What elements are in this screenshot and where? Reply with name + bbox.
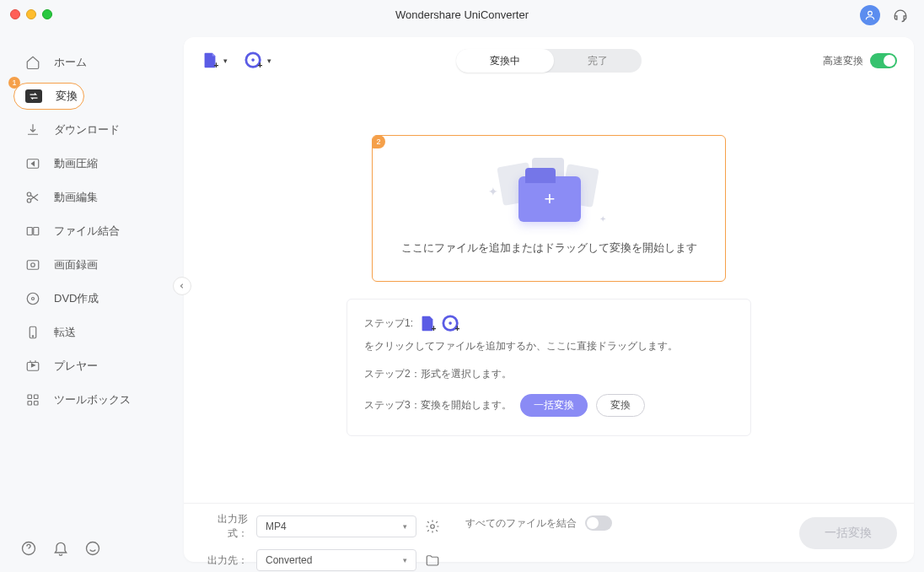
sidebar-item-label: 変換 (56, 89, 78, 104)
output-dest-select[interactable]: Converted ▾ (256, 549, 416, 571)
folder-graphic: ✦✦ + (498, 161, 599, 229)
main-panel: + ▾ + ▾ 変換中 完了 高速変換 2 (184, 37, 914, 562)
sidebar-item-merge[interactable]: ファイル結合 (0, 214, 184, 248)
add-disc-button[interactable]: + ▾ (244, 51, 271, 70)
notification-icon[interactable] (52, 540, 69, 557)
chevron-down-icon: ▾ (403, 522, 407, 531)
fast-convert-toggle[interactable] (870, 53, 897, 68)
svg-point-11 (32, 336, 34, 337)
add-file-button[interactable]: + ▾ (201, 51, 228, 70)
step-badge: 1 (8, 77, 20, 89)
merge-icon (25, 224, 40, 239)
maximize-icon[interactable] (42, 9, 52, 19)
svg-point-19 (251, 58, 255, 62)
sidebar-item-label: ダウンロード (54, 122, 120, 138)
output-format-select[interactable]: MP4 ▾ (256, 515, 416, 537)
settings-icon[interactable] (425, 519, 440, 534)
download-icon (25, 122, 40, 138)
sidebar-item-download[interactable]: ダウンロード (0, 113, 184, 147)
sidebar-item-transfer[interactable]: 転送 (0, 316, 184, 349)
sidebar-item-label: ツールボックス (54, 392, 131, 407)
merge-all-label: すべてのファイルを結合 (465, 516, 577, 531)
svg-rect-15 (28, 402, 32, 406)
drop-zone[interactable]: 2 ✦✦ + ここにファイルを追加またはドラッグして変換を開始します (372, 135, 726, 282)
file-plus-icon: + (418, 315, 437, 333)
batch-convert-button[interactable]: 一括変換 (520, 394, 588, 417)
toolbox-icon (25, 392, 40, 407)
svg-text:+: + (258, 61, 263, 70)
drop-zone-text: ここにファイルを追加またはドラッグして変換を開始します (401, 240, 697, 256)
sidebar-item-label: DVD作成 (54, 291, 99, 306)
sidebar-item-toolbox[interactable]: ツールボックス (0, 383, 184, 417)
sidebar-item-record[interactable]: 画面録画 (0, 248, 184, 282)
sidebar-item-player[interactable]: プレヤー (0, 349, 184, 383)
svg-text:+: + (214, 61, 219, 70)
sidebar-item-home[interactable]: ホーム (0, 46, 184, 79)
sidebar-item-label: ホーム (54, 55, 87, 70)
titlebar: Wondershare UniConverter (0, 0, 924, 29)
step3-text: ステップ3：変換を開始します。 (364, 397, 512, 413)
player-icon (25, 359, 40, 374)
svg-point-23 (449, 321, 452, 325)
svg-point-3 (27, 199, 31, 203)
scissors-icon (25, 190, 40, 205)
sidebar-item-label: プレヤー (54, 359, 98, 374)
svg-point-2 (27, 192, 31, 197)
batch-convert-main-button: 一括変換 (799, 517, 897, 549)
svg-point-8 (27, 293, 39, 305)
tab-switcher: 変換中 完了 (456, 49, 642, 73)
sidebar-item-convert[interactable]: 1 変換 (0, 79, 184, 113)
fast-convert-label: 高速変換 (823, 54, 863, 68)
step1-suffix: をクリックしてファイルを追加するか、ここに直接ドラッグします。 (364, 338, 678, 354)
sidebar: ホーム 1 変換 ダウンロード 動画圧縮 動画編集 (0, 29, 184, 572)
tab-done[interactable]: 完了 (554, 49, 642, 73)
minimize-icon[interactable] (26, 9, 36, 19)
sidebar-item-compress[interactable]: 動画圧縮 (0, 147, 184, 181)
sidebar-item-label: ファイル結合 (54, 224, 120, 239)
step2-text: ステップ2：形式を選択します。 (364, 366, 733, 382)
app-title: Wondershare UniConverter (395, 8, 529, 21)
svg-rect-14 (35, 395, 39, 399)
svg-point-7 (31, 263, 35, 267)
svg-rect-5 (34, 228, 39, 235)
sidebar-item-label: 動画圧縮 (54, 156, 98, 171)
sidebar-item-dvd[interactable]: DVD作成 (0, 282, 184, 316)
help-icon[interactable] (20, 540, 37, 557)
home-icon (25, 55, 40, 70)
collapse-sidebar-button[interactable] (173, 277, 191, 295)
sidebar-item-label: 転送 (54, 325, 76, 340)
output-format-label: 出力形式： (201, 512, 248, 541)
chevron-down-icon: ▾ (223, 57, 228, 65)
chevron-down-icon: ▾ (267, 57, 271, 65)
sidebar-item-label: 動画編集 (54, 190, 98, 205)
svg-point-9 (32, 298, 35, 300)
support-icon[interactable] (892, 7, 909, 24)
feedback-icon[interactable] (84, 540, 101, 557)
user-icon (864, 9, 876, 21)
output-dest-label: 出力先： (201, 553, 248, 568)
convert-icon (29, 92, 39, 100)
disc-plus-icon: + (442, 315, 460, 333)
svg-text:+: + (455, 324, 460, 333)
disc-plus-icon: + (244, 51, 263, 70)
record-icon (25, 257, 40, 273)
svg-rect-16 (35, 402, 39, 406)
sidebar-item-edit[interactable]: 動画編集 (0, 181, 184, 214)
disc-icon (25, 291, 40, 306)
steps-panel: ステップ1: + + をクリックしてファイルを追加するか、ここに直接ドラッグしま… (346, 299, 751, 436)
user-avatar[interactable] (860, 5, 880, 25)
merge-all-toggle[interactable] (585, 515, 612, 531)
close-icon[interactable] (10, 9, 20, 19)
svg-rect-4 (27, 228, 32, 235)
svg-rect-6 (27, 261, 39, 270)
file-plus-icon: + (201, 51, 219, 70)
svg-text:+: + (432, 324, 437, 333)
convert-button[interactable]: 変換 (596, 394, 645, 417)
chevron-left-icon (179, 283, 185, 289)
tab-converting[interactable]: 変換中 (456, 49, 554, 73)
step1-prefix: ステップ1: (364, 316, 413, 332)
sidebar-item-label: 画面録画 (54, 257, 98, 273)
open-folder-icon[interactable] (425, 553, 440, 567)
svg-point-0 (868, 11, 873, 15)
transfer-icon (25, 325, 40, 340)
